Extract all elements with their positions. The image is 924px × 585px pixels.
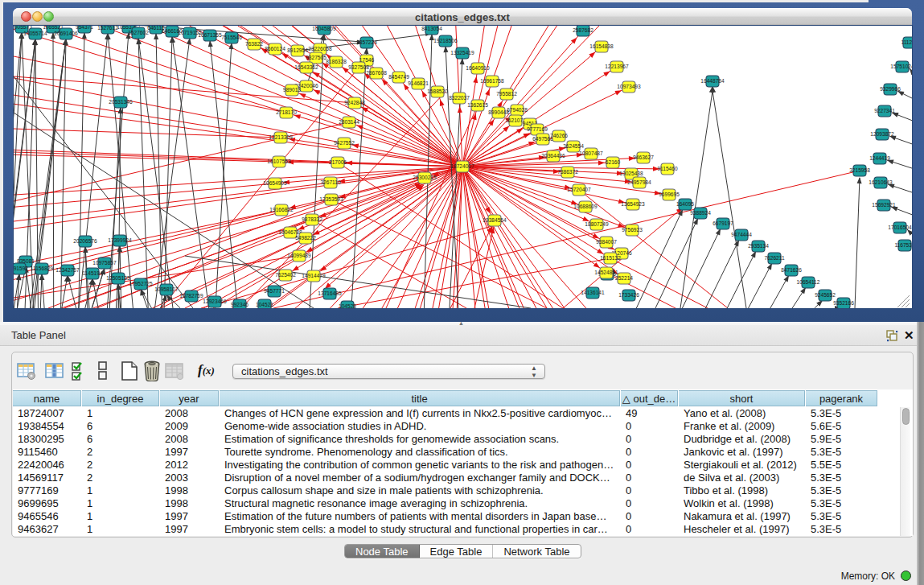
svg-text:11156829: 11156829	[31, 266, 54, 271]
svg-text:17952725: 17952725	[129, 281, 153, 286]
svg-text:3267110: 3267110	[320, 179, 341, 185]
svg-text:7626211: 7626211	[764, 255, 785, 261]
svg-text:12213967: 12213967	[605, 64, 629, 69]
svg-text:6794028: 6794028	[507, 107, 528, 113]
svg-text:2935134: 2935134	[748, 243, 769, 249]
svg-text:989013: 989013	[283, 87, 301, 93]
svg-text:9146821: 9146821	[408, 80, 429, 86]
svg-text:62160: 62160	[606, 159, 621, 165]
svg-text:9388924: 9388924	[690, 210, 711, 216]
svg-text:2718170: 2718170	[276, 109, 297, 115]
svg-text:12353593: 12353593	[319, 196, 343, 202]
svg-text:10654905: 10654905	[263, 180, 287, 186]
svg-text:8471626: 8471626	[781, 267, 802, 273]
svg-text:12093872: 12093872	[870, 131, 894, 137]
svg-text:217006: 217006	[329, 159, 347, 165]
svg-text:20531346: 20531346	[109, 99, 133, 105]
svg-text:20691406: 20691406	[54, 31, 78, 36]
svg-text:8413054: 8413054	[421, 26, 442, 31]
svg-text:7515546: 7515546	[221, 35, 242, 40]
svg-text:104521: 104521	[256, 302, 273, 307]
svg-text:10807487: 10807487	[579, 150, 603, 156]
svg-text:19384554: 19384554	[483, 217, 507, 223]
svg-text:19166822: 19166822	[269, 207, 294, 212]
svg-text:18807249: 18807249	[585, 221, 609, 227]
svg-text:3624554: 3624554	[563, 143, 584, 149]
svg-text:104528: 104528	[339, 303, 356, 308]
svg-text:20364436: 20364436	[541, 153, 565, 159]
svg-text:9329966: 9329966	[880, 86, 901, 92]
svg-text:19218506: 19218506	[433, 38, 458, 43]
svg-text:16961758: 16961758	[480, 78, 504, 84]
svg-text:13325419: 13325419	[450, 50, 474, 56]
svg-text:763822: 763822	[245, 41, 263, 47]
svg-text:1244419: 1244419	[869, 155, 890, 161]
svg-text:7955812: 7955812	[496, 91, 517, 97]
svg-text:8454749: 8454749	[388, 74, 409, 80]
svg-text:8186328: 8186328	[326, 59, 347, 64]
svg-text:2803144: 2803144	[339, 119, 359, 125]
svg-text:391592: 391592	[14, 266, 28, 271]
svg-text:3357224: 3357224	[356, 39, 377, 45]
svg-text:9352166: 9352166	[833, 300, 854, 306]
svg-text:10958107: 10958107	[154, 286, 179, 292]
svg-text:5498222: 5498222	[295, 235, 316, 241]
svg-text:8322037: 8322037	[449, 95, 470, 101]
svg-text:15692921: 15692921	[872, 202, 896, 208]
svg-text:16448784: 16448784	[700, 78, 725, 84]
svg-text:9699695: 9699695	[659, 192, 680, 197]
svg-text:9115460: 9115460	[657, 166, 678, 171]
svg-text:16671355: 16671355	[198, 32, 222, 38]
svg-text:25300215: 25300215	[413, 175, 437, 180]
svg-text:10025438: 10025438	[619, 171, 643, 176]
svg-text:16210643: 16210643	[869, 179, 893, 185]
svg-text:8660124: 8660124	[265, 46, 285, 51]
svg-text:16543362: 16543362	[294, 64, 318, 70]
svg-text:9242848: 9242848	[344, 100, 365, 105]
svg-text:20206576: 20206576	[73, 238, 97, 244]
svg-text:1615132: 1615132	[600, 255, 621, 261]
svg-text:10688609: 10688609	[573, 204, 598, 209]
svg-text:15751024: 15751024	[890, 64, 912, 69]
svg-text:17016504: 17016504	[888, 225, 912, 230]
svg-text:12923466: 12923466	[203, 299, 227, 304]
svg-text:8912954: 8912954	[287, 47, 308, 53]
svg-text:7386372: 7386372	[557, 169, 578, 175]
svg-text:9245652: 9245652	[815, 292, 836, 298]
svg-text:111234: 111234	[901, 39, 912, 45]
svg-text:16107553: 16107553	[267, 159, 291, 164]
svg-text:14524851: 14524851	[594, 270, 618, 275]
svg-text:6679197: 6679197	[713, 220, 733, 226]
svg-text:9427552: 9427552	[334, 140, 355, 146]
svg-text:2587682: 2587682	[573, 27, 593, 33]
svg-text:18724007: 18724007	[450, 163, 474, 169]
svg-text:9327505: 9327505	[306, 55, 326, 60]
svg-text:16154838: 16154838	[589, 43, 614, 49]
svg-text:2867608: 2867608	[366, 70, 387, 76]
svg-text:1362615: 1362615	[467, 102, 488, 108]
svg-text:1145194: 1145194	[82, 270, 103, 276]
svg-text:14055714: 14055714	[23, 31, 47, 36]
svg-text:9384007: 9384007	[596, 239, 617, 245]
svg-text:164095: 164095	[676, 201, 694, 207]
svg-text:10046788: 10046788	[278, 229, 302, 235]
svg-text:1588520: 1588520	[427, 89, 448, 94]
svg-text:1167534: 1167534	[894, 242, 912, 248]
svg-text:9474444: 9474444	[731, 232, 752, 237]
svg-text:746266: 746266	[550, 133, 568, 138]
svg-text:1527612: 1527612	[97, 26, 118, 31]
svg-text:1733426: 1733426	[618, 292, 639, 298]
svg-text:10975857: 10975857	[92, 260, 117, 266]
svg-text:9227341: 9227341	[874, 108, 895, 113]
svg-text:10973493: 10973493	[617, 84, 641, 89]
svg-text:9457771: 9457771	[264, 288, 285, 294]
svg-text:16045809: 16045809	[312, 26, 336, 31]
svg-text:1527602: 1527602	[128, 30, 149, 35]
svg-text:252214: 252214	[615, 275, 633, 281]
svg-text:23226058: 23226058	[308, 46, 332, 51]
svg-text:12342757: 12342757	[55, 267, 80, 273]
svg-text:9777169: 9777169	[527, 126, 548, 132]
svg-text:16640910: 16640910	[466, 65, 490, 71]
svg-text:954371: 954371	[76, 26, 93, 30]
svg-text:13654923: 13654923	[621, 201, 645, 207]
